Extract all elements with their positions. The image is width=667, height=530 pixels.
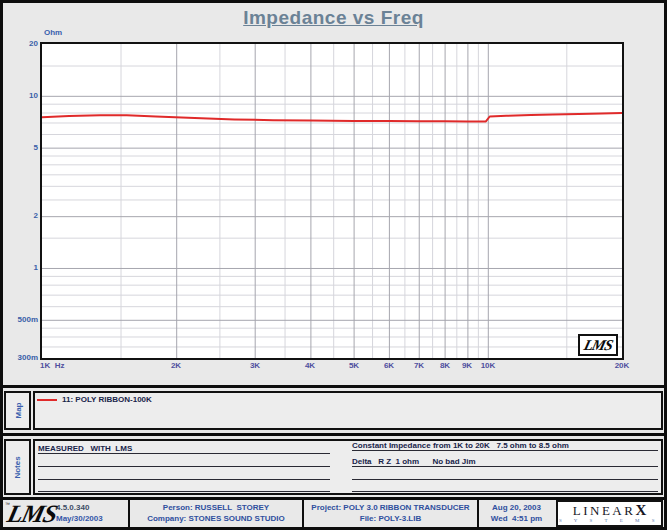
y-tick-label: 500m [0, 315, 38, 324]
y-tick-label: 2 [0, 211, 38, 220]
linearx-brand-text: LINEARX [558, 503, 661, 518]
x-tick-label: 3K [240, 361, 270, 370]
lms-signature-box: LMS [578, 334, 618, 356]
chart-title: Impedance vs Freq [0, 7, 667, 29]
note-rule [352, 450, 658, 451]
note-rule [38, 453, 330, 454]
notes-band-divider [0, 433, 667, 436]
linearx-systems-text: S Y S T E M S [558, 518, 661, 524]
note-measured-with: MEASURED WITH LMS [38, 444, 132, 453]
app-version: 4.5.0.340 [56, 503, 89, 512]
map-section-tab: Map [4, 391, 31, 430]
notes-label: Notes [13, 456, 22, 478]
date-field: Aug 20, 2003 [479, 503, 554, 512]
project-field: Project: POLY 3.0 RIBBON TRANSDUCER [304, 503, 477, 512]
lms-signature: LMS [582, 336, 615, 355]
app-version-date: May/30/2003 [56, 514, 103, 523]
y-tick-label: 20 [0, 39, 38, 48]
note-delta: Delta R Z 1 ohm No bad Jim [352, 457, 476, 466]
legend-line-swatch [37, 399, 57, 401]
impedance-curve-plot [42, 44, 622, 358]
impedance-curve [42, 113, 622, 121]
y-axis-unit-label: Ohm [44, 28, 62, 37]
person-field: Person: RUSSELL STOREY [130, 503, 302, 512]
x-tick-label: 2K [161, 361, 191, 370]
lms-logo: LMS [8, 501, 56, 526]
x-tick-label: 1K Hz [40, 361, 100, 370]
note-rule [38, 491, 330, 492]
y-tick-label: 5 [0, 143, 38, 152]
y-tick-label: 300m [0, 353, 38, 362]
company-field: Company: STONES SOUND STUDIO [130, 514, 302, 523]
x-tick-label: 6K [374, 361, 404, 370]
y-tick-label: 1 [0, 263, 38, 272]
note-rule [38, 479, 330, 480]
lms-logo-text: LMS [5, 501, 60, 526]
map-band-divider [0, 385, 667, 388]
y-tick-label: 10 [0, 91, 38, 100]
file-field: File: POLY-3.LIB [304, 514, 477, 523]
lms-measurement-window: Impedance vs Freq Ohm 2010521500m300m1K … [0, 0, 667, 530]
x-tick-label: 4K [295, 361, 325, 370]
note-rule [352, 466, 658, 467]
linearx-x-glyph: X [635, 502, 646, 518]
x-tick-label: 20K [607, 361, 637, 370]
day-time-field: Wed 4:51 pm [479, 514, 554, 523]
note-rule [38, 466, 330, 467]
note-rule [352, 491, 658, 492]
map-label: Map [13, 403, 22, 419]
x-tick-label: 10K [473, 361, 503, 370]
note-rule [352, 479, 658, 480]
notes-section-tab: Notes [4, 439, 31, 495]
x-tick-label: 5K [339, 361, 369, 370]
note-constant-impedance: Constant Impedance from 1K to 20K 7.5 oh… [352, 441, 569, 450]
linearx-logo: LINEARX S Y S T E M S [556, 500, 663, 527]
legend-entry: 11: POLY RIBBON-100K [62, 395, 152, 404]
